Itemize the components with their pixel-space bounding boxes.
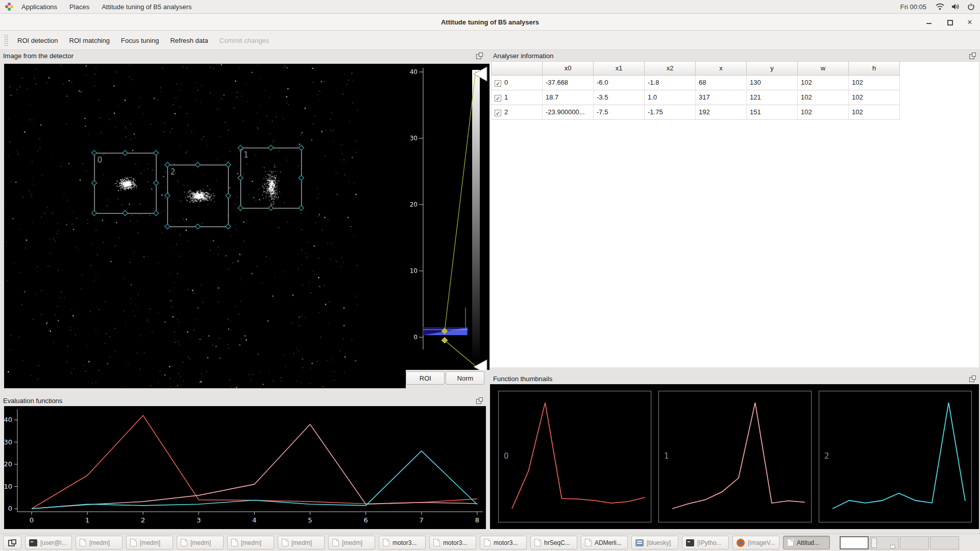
row-checkbox[interactable]: ✓ bbox=[495, 110, 501, 116]
panel-eval-titlebar: Evaluation functions bbox=[0, 395, 486, 406]
row-select-cell[interactable]: ✓2 bbox=[492, 105, 543, 119]
norm-button[interactable]: Norm bbox=[446, 371, 484, 385]
function-thumbnail-0[interactable]: 0 bbox=[498, 391, 651, 522]
task-button-label: motor3... bbox=[494, 539, 518, 546]
row-checkbox[interactable]: ✓ bbox=[495, 95, 501, 102]
clock[interactable]: Fri 00:05 bbox=[900, 3, 926, 11]
toolbar-drag-handle[interactable] bbox=[4, 34, 8, 46]
float-panel-icon[interactable] bbox=[969, 53, 976, 59]
task-button-motor3[interactable]: motor3... bbox=[480, 536, 527, 549]
table-cell[interactable]: 18.7 bbox=[543, 90, 594, 105]
task-button-attitud[interactable]: Attitud... bbox=[783, 536, 830, 549]
table-header-x1[interactable]: x1 bbox=[594, 62, 645, 75]
task-button-bluesky[interactable]: [bluesky] bbox=[631, 536, 678, 549]
table-header-x0[interactable]: x0 bbox=[543, 62, 594, 75]
table-cell[interactable]: 102 bbox=[798, 105, 849, 119]
workspace-cell-2[interactable] bbox=[870, 536, 899, 549]
table-header-select[interactable] bbox=[492, 62, 543, 75]
window-titlebar[interactable]: Attitude tuning of B5 analysers ✕ bbox=[0, 14, 980, 31]
task-button-medm[interactable]: [medm] bbox=[227, 536, 274, 549]
table-cell[interactable]: 121 bbox=[747, 90, 798, 105]
table-header-y[interactable]: y bbox=[747, 62, 798, 75]
table-cell[interactable]: -1.75 bbox=[645, 105, 696, 119]
table-cell[interactable]: 151 bbox=[747, 105, 798, 119]
table-cell[interactable]: 1.0 bbox=[645, 90, 696, 105]
table-row[interactable]: ✓2-23.900000...-7.5-1.75192151102102 bbox=[492, 105, 900, 119]
table-cell[interactable]: 102 bbox=[798, 90, 849, 105]
float-panel-icon[interactable] bbox=[969, 375, 976, 382]
toolbar-button-roi-matching[interactable]: ROI matching bbox=[64, 34, 115, 47]
table-cell[interactable]: 317 bbox=[696, 90, 747, 105]
table-cell[interactable]: 102 bbox=[798, 75, 849, 90]
table-cell[interactable]: -23.900000... bbox=[543, 105, 594, 119]
task-button-imagev[interactable]: [ImageV... bbox=[732, 536, 779, 549]
task-button-group: [user@l...[medm][medm][medm][medm][medm]… bbox=[3, 536, 830, 549]
toolbar-button-roi-detection[interactable]: ROI detection bbox=[12, 34, 64, 47]
table-header-x[interactable]: x bbox=[696, 62, 747, 75]
evaluation-plot[interactable]: 012345678010203040 bbox=[4, 406, 486, 529]
thumbnail-label: 0 bbox=[504, 452, 509, 461]
panel-image-titlebar: Image from the detector bbox=[0, 50, 486, 61]
menu-places[interactable]: Places bbox=[63, 3, 95, 11]
roi-button[interactable]: ROI bbox=[406, 371, 445, 385]
levels-histogram[interactable]: 010203040 bbox=[406, 64, 489, 370]
function-thumbnail-2[interactable]: 2 bbox=[819, 391, 972, 522]
task-button-ipytho[interactable]: [IPytho... bbox=[682, 536, 729, 549]
gnome-logo-icon[interactable] bbox=[5, 3, 13, 11]
toolbar-button-commit-changes: Commit changes bbox=[214, 34, 275, 47]
volume-icon[interactable] bbox=[951, 3, 960, 10]
task-button-motor3[interactable]: motor3... bbox=[429, 536, 476, 549]
task-button-label: [medm] bbox=[291, 539, 312, 546]
task-button-admerli[interactable]: ADMerli... bbox=[581, 536, 628, 549]
row-select-cell[interactable]: ✓0 bbox=[492, 75, 543, 90]
power-icon[interactable] bbox=[967, 3, 975, 11]
toolbar-button-refresh-data[interactable]: Refresh data bbox=[164, 34, 213, 47]
workspace-cell-4[interactable] bbox=[930, 536, 959, 549]
table-cell[interactable]: 130 bbox=[747, 75, 798, 90]
task-button-medm[interactable]: [medm] bbox=[278, 536, 325, 549]
minimize-button[interactable] bbox=[926, 19, 932, 25]
function-thumbnail-1[interactable]: 1 bbox=[658, 391, 812, 522]
table-cell[interactable]: -37.668 bbox=[543, 75, 594, 90]
workspace-cell-3[interactable] bbox=[900, 536, 929, 549]
task-button-hrseqc[interactable]: hrSeqC... bbox=[530, 536, 577, 549]
maximize-button[interactable] bbox=[946, 19, 952, 25]
task-button-medm[interactable]: [medm] bbox=[177, 536, 224, 549]
wifi-icon[interactable] bbox=[936, 3, 944, 10]
task-button-window-layout[interactable] bbox=[3, 536, 21, 549]
table-header-w[interactable]: w bbox=[798, 62, 849, 75]
task-button-medm[interactable]: [medm] bbox=[328, 536, 375, 549]
row-select-cell[interactable]: ✓1 bbox=[492, 90, 543, 105]
table-header-x2[interactable]: x2 bbox=[645, 62, 696, 75]
table-cell[interactable]: 102 bbox=[849, 75, 900, 90]
table-cell[interactable]: 102 bbox=[849, 90, 900, 105]
detector-image-view[interactable] bbox=[4, 64, 406, 388]
table-cell[interactable]: -3.5 bbox=[594, 90, 645, 105]
task-button-medm[interactable]: [medm] bbox=[76, 536, 122, 549]
panel-image-title: Image from the detector bbox=[3, 52, 74, 60]
row-checkbox[interactable]: ✓ bbox=[495, 80, 501, 87]
table-row[interactable]: ✓0-37.668-6.0-1.868130102102 bbox=[492, 75, 900, 90]
svg-text:20: 20 bbox=[410, 201, 418, 208]
table-cell[interactable]: 68 bbox=[696, 75, 747, 90]
svg-text:7: 7 bbox=[420, 516, 424, 524]
float-panel-icon[interactable] bbox=[476, 397, 483, 404]
table-cell[interactable]: -6.0 bbox=[594, 75, 645, 90]
close-button[interactable]: ✕ bbox=[967, 19, 973, 25]
task-button-motor3[interactable]: motor3... bbox=[379, 536, 426, 549]
table-cell[interactable]: 102 bbox=[849, 105, 900, 119]
menu-applications[interactable]: Applications bbox=[15, 3, 63, 11]
table-cell[interactable]: 192 bbox=[696, 105, 747, 119]
float-panel-icon[interactable] bbox=[476, 53, 483, 59]
menu-current-app[interactable]: Attitude tuning of B5 analysers bbox=[95, 3, 198, 11]
task-button-userl[interactable]: [user@l... bbox=[25, 536, 72, 549]
table-header-h[interactable]: h bbox=[849, 62, 900, 75]
table-cell[interactable]: -1.8 bbox=[645, 75, 696, 90]
task-button-medm[interactable]: [medm] bbox=[126, 536, 173, 549]
page-icon bbox=[484, 539, 491, 546]
table-row[interactable]: ✓118.7-3.51.0317121102102 bbox=[492, 90, 900, 105]
table-cell[interactable]: -7.5 bbox=[594, 105, 645, 119]
workspace-cell-1[interactable] bbox=[840, 536, 869, 549]
toolbar-button-focus-tuning[interactable]: Focus tuning bbox=[115, 34, 164, 47]
svg-text:6: 6 bbox=[363, 516, 368, 524]
